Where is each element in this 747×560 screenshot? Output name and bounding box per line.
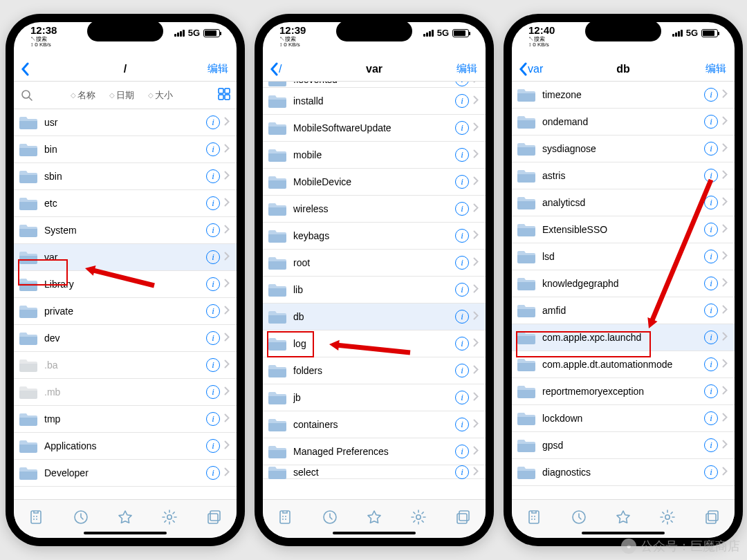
folder-row[interactable]: private i [14, 298, 237, 325]
folder-row[interactable]: tmp i [14, 406, 237, 433]
info-icon[interactable]: i [704, 88, 718, 102]
folder-row[interactable]: folders i [263, 357, 486, 384]
info-icon[interactable]: i [206, 385, 220, 399]
grid-view-icon[interactable] [216, 87, 232, 103]
folder-row[interactable]: lockdown i [512, 405, 735, 432]
folder-row[interactable]: astris i [512, 162, 735, 189]
file-list[interactable]: timezone i ondemand i sysdiagnose i astr… [512, 82, 735, 499]
folder-row[interactable]: ondemand i [512, 109, 735, 136]
tab-settings[interactable] [659, 509, 676, 525]
edit-button[interactable]: 编辑 [706, 62, 726, 75]
info-icon[interactable]: i [206, 142, 220, 156]
sort-name[interactable]: ◇名称 [64, 89, 102, 102]
folder-row[interactable]: wireless i [263, 196, 486, 223]
folder-row[interactable]: knowledgegraphd i [512, 270, 735, 297]
folder-row[interactable]: Library i [14, 271, 237, 298]
sort-chevron-icon[interactable] [208, 90, 216, 100]
info-icon[interactable]: i [455, 465, 469, 479]
tab-windows[interactable] [455, 509, 472, 525]
folder-row[interactable]: keybags i [263, 223, 486, 250]
folder-row[interactable]: bin i [14, 136, 237, 163]
info-icon[interactable]: i [206, 358, 220, 372]
folder-row[interactable]: com.apple.xpc.launchd i [512, 324, 735, 351]
folder-row[interactable]: analyticsd i [512, 189, 735, 216]
info-icon[interactable]: i [206, 304, 220, 318]
folder-row[interactable]: installd i [263, 88, 486, 115]
info-icon[interactable]: i [455, 445, 469, 458]
info-icon[interactable]: i [206, 439, 220, 453]
info-icon[interactable]: i [704, 277, 718, 290]
tab-favorites[interactable] [117, 509, 133, 525]
folder-row[interactable]: dev i [14, 325, 237, 352]
info-icon[interactable]: i [455, 202, 469, 216]
tab-windows[interactable] [206, 509, 223, 525]
folder-row[interactable]: var i [14, 244, 237, 271]
info-icon[interactable]: i [704, 304, 718, 317]
info-icon[interactable]: i [704, 465, 718, 479]
info-icon[interactable]: i [455, 364, 469, 377]
info-icon[interactable]: i [704, 142, 718, 156]
file-list[interactable]: .fseventsd i installd i MobileSoftwareUp… [263, 82, 486, 499]
info-icon[interactable]: i [455, 310, 469, 324]
folder-row[interactable]: log i [263, 330, 486, 357]
folder-row[interactable]: sbin i [14, 163, 237, 190]
tab-settings[interactable] [161, 509, 178, 525]
folder-row[interactable]: Applications i [14, 433, 237, 460]
tab-recent[interactable] [571, 509, 587, 525]
info-icon[interactable]: i [455, 121, 469, 135]
info-icon[interactable]: i [455, 391, 469, 404]
info-icon[interactable]: i [206, 196, 220, 210]
back-button[interactable]: / [270, 62, 282, 76]
info-icon[interactable]: i [206, 331, 220, 345]
back-button[interactable]: var [519, 62, 543, 76]
info-icon[interactable]: i [455, 283, 469, 297]
search-icon[interactable] [18, 89, 36, 102]
info-icon[interactable]: i [206, 412, 220, 426]
info-icon[interactable]: i [704, 250, 718, 263]
folder-row[interactable]: System i [14, 217, 237, 244]
info-icon[interactable]: i [704, 115, 718, 129]
info-icon[interactable]: i [455, 256, 469, 270]
folder-row[interactable]: diagnostics i [512, 459, 735, 486]
tab-settings[interactable] [410, 509, 427, 525]
folder-row[interactable]: etc i [14, 190, 237, 217]
info-icon[interactable]: i [206, 223, 220, 237]
info-icon[interactable]: i [206, 277, 220, 291]
tab-windows[interactable] [704, 509, 721, 525]
tab-favorites[interactable] [615, 509, 631, 525]
tab-recent[interactable] [322, 509, 338, 525]
info-icon[interactable]: i [455, 229, 469, 243]
folder-row[interactable]: .ba i [14, 352, 237, 379]
info-icon[interactable]: i [455, 94, 469, 108]
folder-row[interactable]: Developer i [14, 460, 237, 487]
folder-row[interactable]: Managed Preferences i [263, 438, 486, 465]
folder-row[interactable]: reportmemoryexception i [512, 378, 735, 405]
info-icon[interactable]: i [704, 330, 718, 344]
folder-row[interactable]: timezone i [512, 82, 735, 109]
info-icon[interactable]: i [704, 196, 718, 209]
folder-row[interactable]: sysdiagnose i [512, 136, 735, 162]
info-icon[interactable]: i [206, 169, 220, 183]
info-icon[interactable]: i [455, 82, 469, 86]
folder-row[interactable]: amfid i [512, 297, 735, 324]
folder-row[interactable]: MobileDevice i [263, 169, 486, 196]
folder-row[interactable]: select i [263, 465, 486, 479]
folder-row[interactable]: root i [263, 250, 486, 277]
folder-row[interactable]: MobileSoftwareUpdate i [263, 115, 486, 142]
tab-clipboard[interactable] [526, 509, 542, 525]
file-list[interactable]: usr i bin i sbin i etc i [14, 109, 237, 499]
edit-button[interactable]: 编辑 [208, 62, 228, 75]
folder-row[interactable]: jb i [263, 384, 486, 411]
info-icon[interactable]: i [704, 169, 718, 183]
folder-row[interactable]: containers i [263, 411, 486, 438]
tab-recent[interactable] [73, 509, 89, 525]
folder-row[interactable]: lsd i [512, 243, 735, 270]
info-icon[interactable]: i [455, 337, 469, 351]
back-button[interactable] [21, 62, 30, 76]
folder-row[interactable]: com.apple.dt.automationmode i [512, 351, 735, 378]
info-icon[interactable]: i [206, 115, 220, 129]
edit-button[interactable]: 编辑 [456, 62, 477, 75]
tab-clipboard[interactable] [28, 509, 44, 525]
folder-row[interactable]: ExtensibleSSO i [512, 216, 735, 243]
info-icon[interactable]: i [455, 175, 469, 189]
